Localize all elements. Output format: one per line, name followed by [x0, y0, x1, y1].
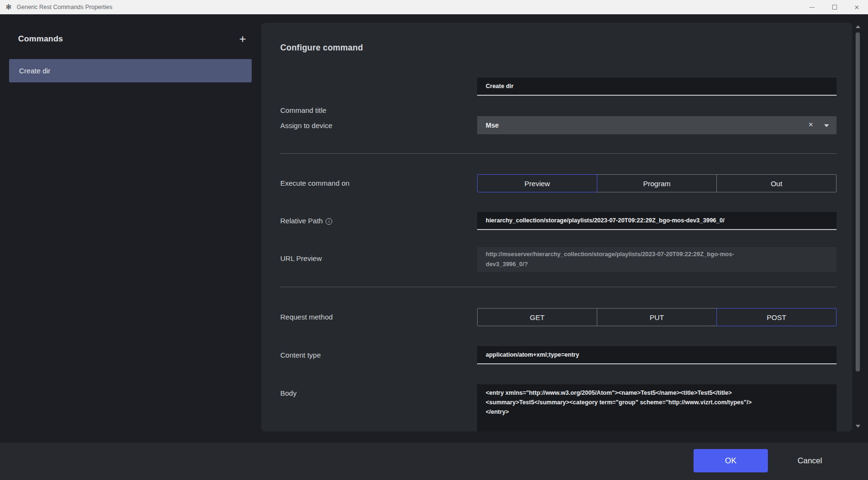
- body-label: Body: [280, 389, 296, 397]
- footer-bar: OK Cancel: [0, 443, 868, 480]
- scrollbar-thumb[interactable]: [856, 32, 860, 371]
- configure-command-panel: Configure command Command title Create d…: [261, 23, 852, 431]
- execute-on-option-out[interactable]: Out: [716, 174, 837, 192]
- app-icon: ✻: [5, 3, 12, 11]
- close-icon: ×: [855, 3, 859, 11]
- relative-path-label: Relative Pathi: [280, 217, 332, 225]
- vertical-scrollbar[interactable]: [855, 23, 861, 431]
- scroll-down-icon[interactable]: [856, 425, 860, 428]
- scroll-up-icon[interactable]: [856, 25, 860, 28]
- request-method-option-get[interactable]: GET: [477, 308, 597, 326]
- request-method-option-post[interactable]: POST: [716, 308, 837, 326]
- execute-on-option-preview[interactable]: Preview: [477, 174, 597, 192]
- commands-header: Commands +: [18, 34, 252, 46]
- assign-to-device-value: Mse: [486, 121, 499, 129]
- execute-on-segmented: Preview Program Out: [477, 174, 837, 192]
- sidebar-item-label: Create dir: [9, 67, 51, 75]
- execute-on-label: Execute command on: [280, 179, 349, 187]
- cancel-button[interactable]: Cancel: [779, 449, 841, 472]
- body-textarea[interactable]: <entry xmlns="http://www.w3.org/2005/Ato…: [477, 384, 837, 431]
- request-method-option-put[interactable]: PUT: [597, 308, 717, 326]
- relative-path-label-text: Relative Path: [280, 217, 323, 225]
- app-window: ✻ Generic Rest Commands Properties × Com…: [0, 0, 868, 480]
- request-method-label: Request method: [280, 313, 333, 321]
- content-type-label: Content type: [280, 351, 321, 359]
- info-icon[interactable]: i: [326, 218, 332, 225]
- assign-to-device-select[interactable]: Mse ×: [477, 116, 837, 134]
- add-command-button[interactable]: +: [239, 33, 246, 45]
- minimize-button[interactable]: [801, 0, 823, 14]
- clear-device-icon[interactable]: ×: [806, 116, 816, 134]
- execute-on-option-program[interactable]: Program: [597, 174, 717, 192]
- titlebar: ✻ Generic Rest Commands Properties ×: [0, 0, 868, 14]
- ok-button[interactable]: OK: [694, 449, 768, 472]
- url-preview-label: URL Preview: [280, 254, 322, 262]
- content-type-input[interactable]: application/atom+xml;type=entry: [477, 346, 837, 364]
- panel-title: Configure command: [280, 43, 363, 53]
- request-method-segmented: GET PUT POST: [477, 308, 837, 326]
- url-preview-value: http://mseserver/hierarchy_collection/st…: [477, 247, 837, 272]
- chevron-down-icon[interactable]: [824, 124, 829, 127]
- assign-to-device-label: Assign to device: [280, 121, 332, 130]
- divider: [280, 287, 837, 287]
- maximize-button[interactable]: [823, 0, 846, 14]
- sidebar-item-create-dir[interactable]: Create dir: [9, 59, 252, 82]
- command-title-label: Command title: [280, 106, 327, 114]
- divider: [280, 153, 837, 154]
- maximize-icon: [832, 5, 837, 10]
- relative-path-input[interactable]: hierarchy_collection/storage/playlists/2…: [477, 212, 837, 230]
- commands-title: Commands: [18, 34, 63, 43]
- window-title: Generic Rest Commands Properties: [17, 4, 112, 10]
- minimize-icon: [809, 7, 815, 8]
- command-title-input[interactable]: Create dir: [477, 78, 837, 96]
- close-button[interactable]: ×: [846, 0, 868, 14]
